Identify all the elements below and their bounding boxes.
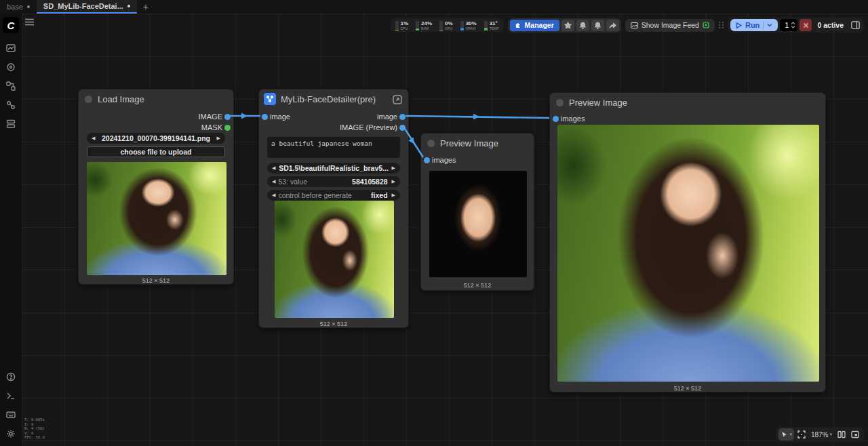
- bell-icon[interactable]: [576, 20, 589, 31]
- workflow-tab-bar: base SD_MyLib-FaceDetai... +: [0, 0, 868, 14]
- workflows-icon[interactable]: [3, 97, 19, 113]
- fit-view-button[interactable]: [795, 428, 808, 441]
- prompt-text-widget[interactable]: a beautiful japanese woman: [267, 137, 400, 158]
- node-title-bar[interactable]: MyLib-FaceDetailer(pre): [259, 89, 408, 108]
- bell-alert-icon[interactable]: [591, 20, 604, 31]
- node-title-bar[interactable]: Load Image: [79, 89, 233, 108]
- input-slot-images[interactable]: [553, 116, 559, 122]
- monitor-cpu: 1%CPU: [393, 20, 412, 31]
- node-title-label: Preview Image: [569, 98, 627, 108]
- node-preview-image-large[interactable]: Preview Image images 512 × 512: [549, 92, 826, 392]
- canvas-debug-stats: T: 0.005s I: 0 N: 4 (50) V: 0 FPS: 58.9: [24, 418, 45, 440]
- output-label-mask: MASK: [201, 123, 222, 132]
- monitor-temp: 31°TEMP: [481, 20, 502, 31]
- help-icon[interactable]: [3, 369, 19, 385]
- toolbar-drag-handle[interactable]: [719, 22, 724, 28]
- run-options-chevron-icon[interactable]: [767, 23, 772, 27]
- zoom-level-dropdown[interactable]: 187% ▾: [809, 428, 834, 441]
- unsaved-dot-icon: [127, 5, 130, 7]
- manager-button[interactable]: Manager: [510, 20, 559, 31]
- collapse-dot-icon[interactable]: [85, 96, 92, 103]
- upload-button[interactable]: choose file to upload: [87, 146, 225, 157]
- checkpoint-combo[interactable]: ◀ SD1.5\beautifulRealistic_brav5... ▶: [267, 163, 400, 174]
- close-icon: [803, 22, 809, 28]
- puzzle-icon: [515, 22, 522, 28]
- open-subgraph-icon[interactable]: [392, 94, 403, 105]
- canvas-view-controls: ▾ 187% ▾: [776, 427, 864, 442]
- cpu-bar: [395, 21, 399, 31]
- new-tab-button[interactable]: +: [137, 0, 155, 14]
- combo-next-icon[interactable]: ▶: [392, 192, 395, 198]
- collapse-dot-icon[interactable]: [427, 140, 435, 147]
- output-slot-image-preview[interactable]: [399, 125, 406, 131]
- run-group: Run 1 0 active: [728, 18, 864, 33]
- image-size-label: 512 × 512: [259, 321, 408, 327]
- output-label-image: image: [377, 112, 397, 121]
- vram-bar: [460, 21, 464, 31]
- loaded-image-preview: [87, 162, 226, 275]
- output-slot-mask[interactable]: [224, 125, 231, 131]
- monitor-gpu: 0%GPU: [437, 20, 456, 31]
- combo-next-icon[interactable]: ▶: [217, 136, 220, 141]
- batch-count-stepper[interactable]: 1: [780, 19, 797, 31]
- input-label-images: images: [432, 155, 456, 165]
- seed-combo[interactable]: ◀ 53: value 584105828 ▶: [267, 176, 400, 187]
- node-facedetailer[interactable]: MyLib-FaceDetailer(pre) image image IMAG…: [258, 89, 409, 328]
- comfyui-logo[interactable]: C: [3, 17, 19, 33]
- minimap-button[interactable]: [849, 428, 861, 441]
- tab-base[interactable]: base: [0, 0, 37, 14]
- system-monitor: 1%CPU 24%RAM 0%GPU 30%VRAM 31°TEMP: [391, 18, 504, 32]
- input-label-images: images: [561, 114, 585, 123]
- terminal-icon[interactable]: [3, 388, 19, 404]
- interrupt-button[interactable]: [800, 19, 812, 31]
- run-button[interactable]: Run: [730, 19, 778, 31]
- queue-icon[interactable]: [3, 40, 19, 56]
- share-icon[interactable]: [606, 20, 619, 31]
- combo-next-icon[interactable]: ▶: [392, 165, 395, 171]
- input-slot-images[interactable]: [424, 157, 430, 163]
- model-library-icon[interactable]: [3, 78, 19, 94]
- left-sidebar: C: [0, 14, 22, 446]
- input-label-image: image: [270, 112, 290, 121]
- control-combo[interactable]: ◀ control before generate fixed ▶: [267, 190, 400, 201]
- tool-chevron-icon[interactable]: ▾: [789, 432, 792, 437]
- select-tool-button[interactable]: ▾: [778, 428, 794, 441]
- cursor-icon: [781, 431, 788, 439]
- image-size-label: 512 × 512: [550, 385, 825, 392]
- output-label-image: IMAGE: [199, 112, 222, 121]
- toggle-panel-icon[interactable]: [849, 20, 862, 31]
- star-icon[interactable]: [561, 20, 574, 31]
- output-slot-image[interactable]: [224, 114, 231, 120]
- gpu-bar: [439, 21, 443, 31]
- output-label-image-preview: IMAGE (Preview): [340, 123, 397, 132]
- preview-image-small: [429, 171, 527, 277]
- node-load-image[interactable]: Load Image IMAGE MASK ◀ 20241210_00070-3…: [78, 89, 234, 285]
- stepper-arrows-icon[interactable]: [791, 22, 795, 28]
- node-title-bar[interactable]: Preview Image: [421, 134, 534, 153]
- collapse-dot-icon[interactable]: [556, 99, 564, 106]
- tab-sd-mylib-facedetailer[interactable]: SD_MyLib-FaceDetai...: [37, 0, 137, 14]
- settings-gear-icon[interactable]: [3, 426, 19, 442]
- canvas-menu-icon[interactable]: [24, 17, 35, 26]
- temp-bar: [484, 21, 488, 31]
- node-preview-image-small[interactable]: Preview Image images 512 × 512: [420, 133, 534, 291]
- top-toolbar: 1%CPU 24%RAM 0%GPU 30%VRAM 31°TEMP: [391, 18, 865, 33]
- play-icon: [736, 22, 742, 28]
- active-jobs-label: 0 active: [814, 21, 847, 29]
- templates-icon[interactable]: [3, 116, 19, 132]
- output-slot-image[interactable]: [399, 114, 406, 120]
- tab-label: SD_MyLib-FaceDetai...: [43, 2, 123, 10]
- monitor-ram: 24%RAM: [413, 20, 435, 31]
- node-library-icon[interactable]: [3, 59, 19, 75]
- shortcuts-icon[interactable]: [3, 407, 19, 423]
- feed-status-icon: [703, 22, 709, 28]
- show-image-feed-button[interactable]: Show Image Feed: [625, 19, 715, 32]
- image-file-combo[interactable]: ◀ 20241210_00070-399194141.png ▶: [87, 133, 225, 144]
- image-icon: [631, 22, 638, 29]
- node-title-bar[interactable]: Preview Image: [550, 93, 825, 112]
- input-slot-image[interactable]: [262, 114, 268, 120]
- combo-next-icon[interactable]: ▶: [392, 179, 395, 184]
- toggle-links-button[interactable]: [835, 428, 848, 441]
- facedetailer-image-preview: [275, 201, 394, 318]
- node-title-label: Preview Image: [440, 138, 498, 148]
